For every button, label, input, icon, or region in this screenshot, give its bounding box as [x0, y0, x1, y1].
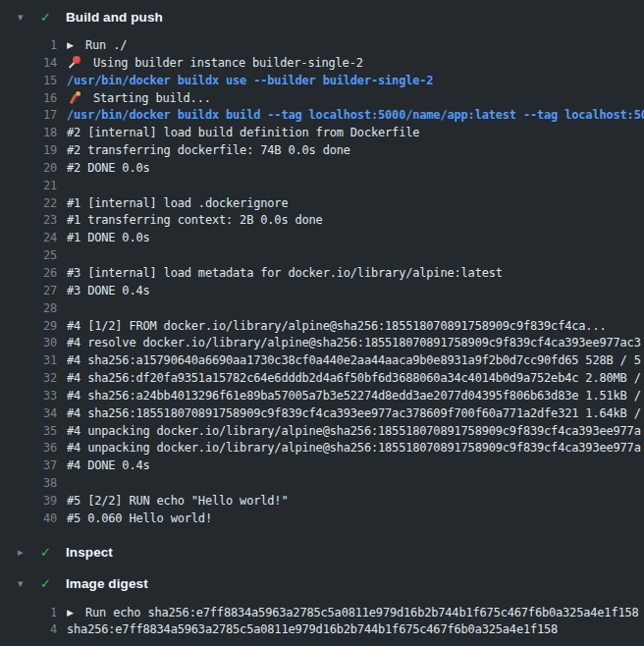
log-line: 15 /usr/bin/docker buildx use --builder …	[12, 73, 644, 90]
line-text-content: #3 [internal] load metadata for docker.i…	[67, 266, 503, 280]
line-number[interactable]: 21	[12, 178, 57, 195]
log-line: 19 #2 transferring dockerfile: 74B 0.0s …	[12, 142, 644, 160]
line-number[interactable]: 29	[12, 318, 57, 336]
log-line: 35 #4 unpacking docker.io/library/alpine…	[12, 423, 644, 441]
line-text-content: #4 sha256:a15790640a6690aa1730c38cf0a440…	[67, 353, 641, 367]
log-line: 20 #2 DONE 0.0s	[12, 160, 644, 178]
line-number[interactable]: 30	[12, 335, 57, 352]
log-line: 1 ▶Run echo sha256:e7ff8834a5963a2785c5a…	[12, 605, 644, 622]
line-number[interactable]: 40	[12, 511, 57, 528]
line-text-content: sha256:e7ff8834a5963a2785c5a0811e979d16b…	[67, 622, 558, 636]
section-title: Image digest	[66, 576, 148, 591]
run-disclosure-icon[interactable]: ▶	[67, 37, 85, 55]
line-text: ▶Run ./	[67, 37, 127, 55]
line-text: #4 [1/2] FROM docker.io/library/alpine@s…	[67, 318, 606, 336]
log-line: 25	[12, 247, 644, 265]
line-number[interactable]: 25	[12, 247, 57, 265]
log-line: 18 #2 [internal] load build definition f…	[12, 125, 644, 142]
line-number[interactable]: 31	[12, 352, 57, 370]
line-text-content: /usr/bin/docker buildx use --builder bui…	[67, 74, 433, 87]
line-number[interactable]: 33	[12, 388, 57, 405]
line-text: #1 transferring context: 2B 0.0s done	[67, 212, 323, 230]
log-line: 27 #3 DONE 0.4s	[12, 283, 644, 300]
line-text-content: #5 [2/2] RUN echo "Hello world!"	[67, 494, 288, 508]
section-header[interactable]: ▾ ✓ Image digest	[12, 571, 644, 597]
log-line: 31 #4 sha256:a15790640a6690aa1730c38cf0a…	[12, 352, 644, 370]
line-text-content: #2 DONE 0.0s	[67, 161, 150, 175]
line-number[interactable]: 17	[12, 107, 57, 125]
line-text: sha256:e7ff8834a5963a2785c5a0811e979d16b…	[67, 621, 558, 639]
line-text-content: /usr/bin/docker buildx build --tag local…	[67, 108, 644, 122]
line-text: #4 unpacking docker.io/library/alpine@sh…	[67, 423, 641, 441]
log-line: 23 #1 transferring context: 2B 0.0s done	[12, 212, 644, 230]
section-header[interactable]: ▾ ✓ Build and push	[12, 4, 644, 29]
line-text: #4 sha256:a15790640a6690aa1730c38cf0a440…	[67, 352, 641, 370]
line-number[interactable]: 4	[12, 621, 57, 639]
line-number[interactable]: 37	[12, 458, 57, 475]
log-line: 30 #4 resolve docker.io/library/alpine@s…	[12, 335, 644, 352]
log-line: 28	[12, 300, 644, 318]
line-text: #1 DONE 0.0s	[67, 230, 150, 247]
line-text: #5 0.060 Hello world!	[67, 511, 212, 528]
log-line: 26 #3 [internal] load metadata for docke…	[12, 265, 644, 283]
line-number[interactable]: 1	[12, 605, 57, 622]
log-line: 32 #4 sha256:df20fa9351a15782c64e6dddb2d…	[12, 370, 644, 388]
pushpin-icon	[67, 56, 82, 69]
line-text: #5 [2/2] RUN echo "Hello world!"	[67, 493, 288, 511]
disclosure-triangle-icon[interactable]: ▾	[12, 578, 32, 589]
log-section: ▸ ✓ Inspect	[12, 540, 644, 565]
line-number[interactable]: 36	[12, 440, 57, 458]
line-text-content: Using builder instance builder-single-2	[93, 56, 363, 70]
log-line: 1 ▶Run ./	[12, 37, 644, 55]
disclosure-triangle-icon[interactable]: ▾	[12, 12, 32, 23]
line-number[interactable]: 18	[12, 125, 57, 142]
run-disclosure-icon[interactable]: ▶	[67, 605, 85, 622]
line-number[interactable]: 24	[12, 230, 57, 247]
line-number[interactable]: 14	[12, 55, 57, 73]
line-number[interactable]: 19	[12, 142, 57, 160]
log-line: 36 #4 unpacking docker.io/library/alpine…	[12, 440, 644, 458]
workflow-log: ▾ ✓ Build and push 1 ▶Run ./ 14 Using bu…	[0, 0, 644, 639]
line-number[interactable]: 26	[12, 265, 57, 283]
line-text-content: #2 [internal] load build definition from…	[67, 126, 419, 139]
line-text: #2 [internal] load build definition from…	[67, 125, 419, 142]
line-text-content: #1 DONE 0.0s	[67, 231, 150, 244]
line-text: #4 resolve docker.io/library/alpine@sha2…	[67, 335, 641, 352]
line-text-content: #1 transferring context: 2B 0.0s done	[67, 213, 323, 227]
line-text: #3 DONE 0.4s	[67, 283, 150, 300]
line-text-content: #4 unpacking docker.io/library/alpine@sh…	[67, 441, 641, 455]
log-section: ▾ ✓ Build and push 1 ▶Run ./ 14 Using bu…	[12, 4, 644, 528]
line-number[interactable]: 35	[12, 423, 57, 441]
line-text-content: #1 [internal] load .dockerignore	[67, 196, 288, 210]
line-number[interactable]: 34	[12, 405, 57, 423]
line-number[interactable]: 23	[12, 212, 57, 230]
line-text-content: #4 [1/2] FROM docker.io/library/alpine@s…	[67, 319, 606, 333]
line-text-content: #4 sha256:a24bb4013296f61e89ba57005a7b3e…	[67, 389, 641, 403]
log-line: 39 #5 [2/2] RUN echo "Hello world!"	[12, 493, 644, 511]
line-number[interactable]: 39	[12, 493, 57, 511]
line-number[interactable]: 22	[12, 195, 57, 213]
line-text-content: Starting build...	[93, 91, 211, 105]
line-text: Using builder instance builder-single-2	[67, 55, 363, 73]
log-line: 21	[12, 178, 644, 195]
line-text-content: Run echo sha256:e7ff8834a5963a2785c5a081…	[85, 606, 639, 619]
line-number[interactable]: 15	[12, 73, 57, 90]
line-text-content: #4 DONE 0.4s	[67, 458, 150, 472]
line-number[interactable]: 38	[12, 475, 57, 493]
log-line: 17 /usr/bin/docker buildx build --tag lo…	[12, 107, 644, 125]
line-number[interactable]: 1	[12, 37, 57, 55]
line-text-content: #2 transferring dockerfile: 74B 0.0s don…	[67, 143, 350, 157]
log-line: 24 #1 DONE 0.0s	[12, 230, 644, 247]
line-number[interactable]: 32	[12, 370, 57, 388]
line-number[interactable]: 16	[12, 90, 57, 108]
section-header[interactable]: ▸ ✓ Inspect	[12, 540, 644, 565]
log-line: 37 #4 DONE 0.4s	[12, 458, 644, 475]
line-number[interactable]: 20	[12, 160, 57, 178]
line-number[interactable]: 28	[12, 300, 57, 318]
line-text-content: #4 sha256:185518070891758909c9f839cf4ca3…	[67, 406, 641, 420]
disclosure-triangle-icon[interactable]: ▸	[12, 547, 32, 558]
line-number[interactable]: 27	[12, 283, 57, 300]
section-lines: 1 ▶Run echo sha256:e7ff8834a5963a2785c5a…	[12, 605, 644, 640]
log-line: 29 #4 [1/2] FROM docker.io/library/alpin…	[12, 318, 644, 336]
line-text: #4 unpacking docker.io/library/alpine@sh…	[67, 440, 641, 458]
